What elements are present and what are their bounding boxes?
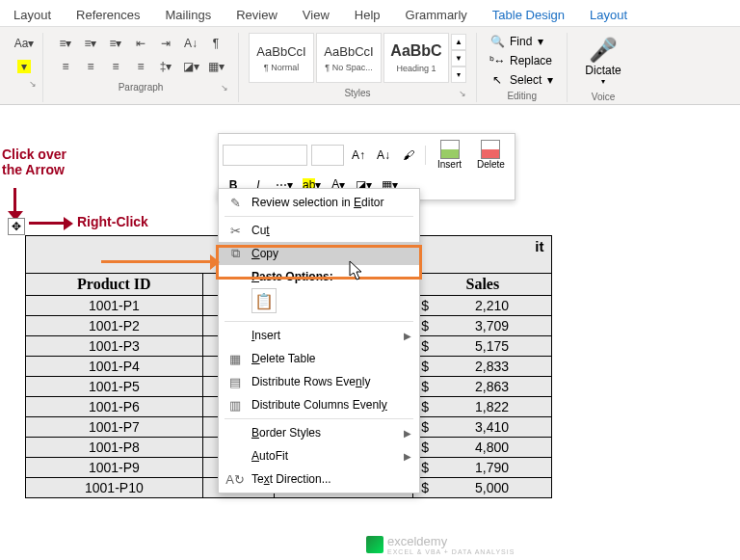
replace-button[interactable]: ᵇ↔Replace <box>487 52 556 69</box>
chevron-right-icon: ▶ <box>404 451 411 462</box>
mini-insert-button[interactable]: Insert <box>432 138 467 172</box>
align-justify-button[interactable]: ≡ <box>128 56 153 77</box>
clipboard-icon: 📋 <box>254 292 274 310</box>
paragraph-dialog-launcher[interactable]: ↘ <box>221 83 228 93</box>
mini-shrink-font[interactable]: A↓ <box>373 145 394 166</box>
scissors-icon: ✂ <box>226 222 244 239</box>
ctx-autofit[interactable]: AutoFit ▶ <box>219 444 419 467</box>
annotation-arrow-right <box>29 222 67 225</box>
annotation-right-click: Right-Click <box>77 214 148 229</box>
ctx-review-editor[interactable]: ✎ Review selection in Editor <box>219 191 419 214</box>
mini-delete-button[interactable]: Delete <box>471 138 511 172</box>
styles-dialog-launcher[interactable]: ↘ <box>459 89 466 98</box>
dist-rows-icon: ▤ <box>226 373 244 390</box>
ctx-delete-table[interactable]: ▦ Delete Table <box>219 347 419 370</box>
ctx-border-styles[interactable]: Border Styles ▶ <box>219 421 419 444</box>
style-heading1[interactable]: AaBbC Heading 1 <box>383 33 449 83</box>
annotation-copy-arrow-head <box>210 254 220 270</box>
ctx-paste-label: Paste Options: <box>219 265 419 286</box>
ctx-dist-cols[interactable]: ▥ Distribute Columns Evenly <box>219 393 419 416</box>
mini-font-combo[interactable] <box>223 145 307 166</box>
watermark-icon <box>366 536 383 553</box>
dist-cols-icon: ▥ <box>226 396 244 413</box>
tab-grammarly[interactable]: Grammarly <box>402 4 471 26</box>
multilevel-button[interactable]: ≡▾ <box>103 33 128 54</box>
tab-references[interactable]: References <box>72 4 144 26</box>
shading-button[interactable]: ◪▾ <box>178 56 203 77</box>
style-nav-up[interactable]: ▲ <box>451 34 466 50</box>
chevron-right-icon: ▶ <box>404 331 411 341</box>
align-right-button[interactable]: ≡ <box>103 56 128 77</box>
paragraph-label: Paragraph <box>119 82 164 93</box>
tab-table-layout[interactable]: Layout <box>586 4 631 26</box>
annotation-copy-arrow <box>101 260 217 263</box>
microphone-icon: 🎤 <box>589 37 618 64</box>
ctx-copy[interactable]: ⧉ Copy <box>219 242 419 265</box>
editing-label: Editing <box>507 91 537 101</box>
style-nav: ▲ ▼ ▾ <box>451 34 466 83</box>
review-icon: ✎ <box>226 194 244 211</box>
find-button[interactable]: 🔍Find ▾ <box>487 33 547 50</box>
sort-button[interactable]: A↓ <box>178 33 203 54</box>
style-nav-more[interactable]: ▾ <box>451 67 466 83</box>
style-normal[interactable]: AaBbCcI ¶ Normal <box>249 33 314 83</box>
header-sales: Sales <box>413 274 552 296</box>
increase-indent-button[interactable]: ⇥ <box>153 33 178 54</box>
annotation-click-arrow: Click over the Arrow <box>2 147 66 177</box>
text-highlight-button[interactable]: ▾ <box>12 56 37 77</box>
ribbon-group-editing: 🔍Find ▾ ᵇ↔Replace ↖Select ▾ Editing <box>477 33 568 102</box>
mini-format-painter[interactable]: 🖌 <box>398 145 419 166</box>
ribbon-group-voice: 🎤 Dictate ▾ Voice <box>568 33 638 102</box>
annotation-arrow-right-head <box>64 217 73 230</box>
tab-help[interactable]: Help <box>351 4 384 26</box>
bullets-button[interactable]: ≡▾ <box>53 33 78 54</box>
align-center-button[interactable]: ≡ <box>78 56 103 77</box>
mini-grow-font[interactable]: A↑ <box>348 145 369 166</box>
cursor-icon: ↖ <box>490 73 504 87</box>
style-nav-down[interactable]: ▼ <box>451 50 466 67</box>
ribbon-group-font: Aa▾ ▾ ↘ <box>8 33 43 102</box>
ribbon-tabs: Layout References Mailings Review View H… <box>0 0 740 27</box>
font-dialog-launcher[interactable]: ↘ <box>29 79 37 89</box>
line-spacing-button[interactable]: ‡▾ <box>153 56 178 77</box>
borders-button[interactable]: ▦▾ <box>203 56 228 77</box>
tab-review[interactable]: Review <box>232 4 281 26</box>
table-move-handle[interactable]: ✥ <box>8 218 25 235</box>
ctx-dist-rows[interactable]: ▤ Distribute Rows Evenly <box>219 370 419 393</box>
tab-view[interactable]: View <box>299 4 333 26</box>
font-size-button[interactable]: Aa▾ <box>12 33 37 54</box>
decrease-indent-button[interactable]: ⇤ <box>128 33 153 54</box>
ribbon-group-styles: AaBbCcI ¶ Normal AaBbCcI ¶ No Spac... Aa… <box>239 33 477 102</box>
ribbon-body: Aa▾ ▾ ↘ ≡▾ ≡▾ ≡▾ ⇤ ⇥ A↓ ¶ ≡ ≡ <box>0 27 740 105</box>
ctx-cut[interactable]: ✂ Cut <box>219 219 419 242</box>
numbering-button[interactable]: ≡▾ <box>78 33 103 54</box>
copy-icon: ⧉ <box>226 245 244 262</box>
tab-mailings[interactable]: Mailings <box>162 4 216 26</box>
voice-label: Voice <box>592 92 615 102</box>
styles-label: Styles <box>344 88 370 98</box>
context-menu: ✎ Review selection in Editor ✂ Cut ⧉ Cop… <box>218 188 420 493</box>
tab-layout[interactable]: Layout <box>10 4 55 26</box>
tab-table-design[interactable]: Table Design <box>489 4 568 26</box>
table-delete-icon: ▦ <box>226 350 244 367</box>
replace-icon: ᵇ↔ <box>490 54 504 67</box>
mini-size-combo[interactable] <box>311 145 344 166</box>
chevron-right-icon: ▶ <box>404 428 411 439</box>
delete-table-icon <box>481 140 500 159</box>
align-left-button[interactable]: ≡ <box>53 56 78 77</box>
insert-table-icon <box>440 140 460 159</box>
show-marks-button[interactable]: ¶ <box>203 33 228 54</box>
header-product-id: Product ID <box>26 274 203 296</box>
ribbon-group-paragraph: ≡▾ ≡▾ ≡▾ ⇤ ⇥ A↓ ¶ ≡ ≡ ≡ ≡ ‡▾ ◪▾ ▦▾ <box>43 33 239 102</box>
search-icon: 🔍 <box>490 35 504 48</box>
select-button[interactable]: ↖Select ▾ <box>487 71 557 89</box>
text-direction-icon: A↻ <box>226 470 244 488</box>
ctx-text-direction[interactable]: A↻ Text Direction... <box>219 467 419 491</box>
ctx-paste-keep-source[interactable]: 📋 <box>251 288 277 313</box>
dictate-button[interactable]: 🎤 Dictate ▾ <box>577 33 628 90</box>
watermark: exceldemy EXCEL & VBA + DATA ANALYSIS <box>366 534 515 555</box>
ctx-insert[interactable]: Insert ▶ <box>219 324 419 347</box>
style-nospacing[interactable]: AaBbCcI ¶ No Spac... <box>316 33 382 83</box>
